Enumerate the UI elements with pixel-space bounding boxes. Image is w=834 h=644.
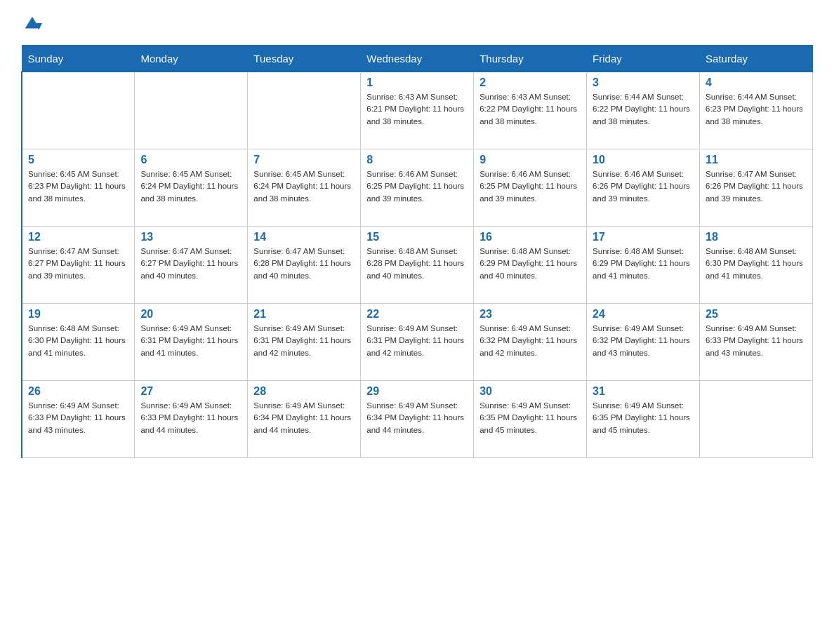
calendar-header-thursday: Thursday xyxy=(474,46,587,72)
day-number: 14 xyxy=(253,231,355,243)
calendar-week-2: 5Sunrise: 6:45 AM Sunset: 6:23 PM Daylig… xyxy=(22,149,813,227)
day-number: 29 xyxy=(366,385,468,398)
calendar-week-1: 1Sunrise: 6:43 AM Sunset: 6:21 PM Daylig… xyxy=(22,72,813,149)
day-number: 5 xyxy=(28,154,128,166)
day-info: Sunrise: 6:49 AM Sunset: 6:32 PM Dayligh… xyxy=(479,323,581,359)
day-number: 25 xyxy=(706,308,807,321)
day-info: Sunrise: 6:49 AM Sunset: 6:33 PM Dayligh… xyxy=(28,400,128,436)
calendar-cell: 7Sunrise: 6:45 AM Sunset: 6:24 PM Daylig… xyxy=(248,149,361,227)
day-number: 28 xyxy=(253,385,355,398)
day-number: 16 xyxy=(479,231,581,243)
day-number: 2 xyxy=(479,76,581,89)
logo-icon xyxy=(22,14,42,34)
calendar-cell: 15Sunrise: 6:48 AM Sunset: 6:28 PM Dayli… xyxy=(361,227,474,304)
calendar-cell: 21Sunrise: 6:49 AM Sunset: 6:31 PM Dayli… xyxy=(248,304,361,381)
calendar-cell: 5Sunrise: 6:45 AM Sunset: 6:23 PM Daylig… xyxy=(22,149,135,227)
day-info: Sunrise: 6:43 AM Sunset: 6:22 PM Dayligh… xyxy=(479,91,581,128)
calendar-cell: 9Sunrise: 6:46 AM Sunset: 6:25 PM Daylig… xyxy=(474,149,587,227)
calendar-header-wednesday: Wednesday xyxy=(361,46,474,72)
calendar-week-5: 26Sunrise: 6:49 AM Sunset: 6:33 PM Dayli… xyxy=(22,381,813,458)
day-number: 17 xyxy=(593,231,694,243)
calendar-cell: 29Sunrise: 6:49 AM Sunset: 6:34 PM Dayli… xyxy=(361,381,474,458)
day-info: Sunrise: 6:44 AM Sunset: 6:22 PM Dayligh… xyxy=(593,91,694,128)
day-number: 4 xyxy=(706,76,807,89)
page-header xyxy=(21,14,813,38)
day-number: 11 xyxy=(706,154,807,166)
day-info: Sunrise: 6:43 AM Sunset: 6:21 PM Dayligh… xyxy=(366,91,468,128)
day-info: Sunrise: 6:49 AM Sunset: 6:31 PM Dayligh… xyxy=(140,323,241,359)
calendar-cell xyxy=(700,381,813,458)
calendar-cell: 25Sunrise: 6:49 AM Sunset: 6:33 PM Dayli… xyxy=(700,304,813,381)
calendar-cell: 27Sunrise: 6:49 AM Sunset: 6:33 PM Dayli… xyxy=(135,381,248,458)
calendar-header-friday: Friday xyxy=(587,46,700,72)
day-number: 8 xyxy=(366,154,468,166)
calendar-cell: 16Sunrise: 6:48 AM Sunset: 6:29 PM Dayli… xyxy=(474,227,587,304)
day-info: Sunrise: 6:48 AM Sunset: 6:29 PM Dayligh… xyxy=(593,246,694,282)
calendar-cell: 30Sunrise: 6:49 AM Sunset: 6:35 PM Dayli… xyxy=(474,381,587,458)
day-info: Sunrise: 6:48 AM Sunset: 6:28 PM Dayligh… xyxy=(366,246,468,282)
calendar-cell: 10Sunrise: 6:46 AM Sunset: 6:26 PM Dayli… xyxy=(587,149,700,227)
day-number: 1 xyxy=(366,76,468,89)
day-info: Sunrise: 6:47 AM Sunset: 6:27 PM Dayligh… xyxy=(140,246,241,282)
calendar-table: SundayMondayTuesdayWednesdayThursdayFrid… xyxy=(21,45,813,458)
day-number: 31 xyxy=(593,385,694,398)
day-info: Sunrise: 6:45 AM Sunset: 6:23 PM Dayligh… xyxy=(28,168,128,205)
day-number: 12 xyxy=(28,231,128,243)
calendar-header-row: SundayMondayTuesdayWednesdayThursdayFrid… xyxy=(22,46,813,72)
day-info: Sunrise: 6:49 AM Sunset: 6:34 PM Dayligh… xyxy=(366,400,468,436)
day-number: 30 xyxy=(479,385,581,398)
calendar-body: 1Sunrise: 6:43 AM Sunset: 6:21 PM Daylig… xyxy=(22,72,813,458)
day-info: Sunrise: 6:48 AM Sunset: 6:30 PM Dayligh… xyxy=(706,246,807,282)
day-info: Sunrise: 6:47 AM Sunset: 6:26 PM Dayligh… xyxy=(706,168,807,205)
calendar-cell xyxy=(22,72,135,149)
calendar-cell: 4Sunrise: 6:44 AM Sunset: 6:23 PM Daylig… xyxy=(700,72,813,149)
day-number: 3 xyxy=(593,76,694,89)
calendar-cell: 13Sunrise: 6:47 AM Sunset: 6:27 PM Dayli… xyxy=(135,227,248,304)
day-info: Sunrise: 6:45 AM Sunset: 6:24 PM Dayligh… xyxy=(253,168,355,205)
calendar-week-3: 12Sunrise: 6:47 AM Sunset: 6:27 PM Dayli… xyxy=(22,227,813,304)
day-number: 7 xyxy=(253,154,355,166)
day-info: Sunrise: 6:46 AM Sunset: 6:26 PM Dayligh… xyxy=(593,168,694,205)
calendar-cell: 31Sunrise: 6:49 AM Sunset: 6:35 PM Dayli… xyxy=(587,381,700,458)
calendar-cell: 14Sunrise: 6:47 AM Sunset: 6:28 PM Dayli… xyxy=(248,227,361,304)
calendar-cell: 6Sunrise: 6:45 AM Sunset: 6:24 PM Daylig… xyxy=(135,149,248,227)
day-number: 9 xyxy=(479,154,581,166)
calendar-cell: 20Sunrise: 6:49 AM Sunset: 6:31 PM Dayli… xyxy=(135,304,248,381)
calendar-cell: 2Sunrise: 6:43 AM Sunset: 6:22 PM Daylig… xyxy=(474,72,587,149)
calendar-cell: 24Sunrise: 6:49 AM Sunset: 6:32 PM Dayli… xyxy=(587,304,700,381)
calendar-cell: 23Sunrise: 6:49 AM Sunset: 6:32 PM Dayli… xyxy=(474,304,587,381)
day-info: Sunrise: 6:49 AM Sunset: 6:33 PM Dayligh… xyxy=(140,400,241,436)
calendar-header-saturday: Saturday xyxy=(700,46,813,72)
calendar-cell: 8Sunrise: 6:46 AM Sunset: 6:25 PM Daylig… xyxy=(361,149,474,227)
calendar-cell: 18Sunrise: 6:48 AM Sunset: 6:30 PM Dayli… xyxy=(700,227,813,304)
calendar-cell: 1Sunrise: 6:43 AM Sunset: 6:21 PM Daylig… xyxy=(361,72,474,149)
day-number: 18 xyxy=(706,231,807,243)
day-number: 21 xyxy=(253,308,355,321)
day-info: Sunrise: 6:49 AM Sunset: 6:31 PM Dayligh… xyxy=(366,323,468,359)
calendar-cell: 28Sunrise: 6:49 AM Sunset: 6:34 PM Dayli… xyxy=(248,381,361,458)
calendar-cell: 11Sunrise: 6:47 AM Sunset: 6:26 PM Dayli… xyxy=(700,149,813,227)
day-number: 15 xyxy=(366,231,468,243)
day-number: 6 xyxy=(140,154,241,166)
calendar-cell xyxy=(135,72,248,149)
day-info: Sunrise: 6:49 AM Sunset: 6:35 PM Dayligh… xyxy=(593,400,694,436)
logo xyxy=(21,14,42,38)
calendar-cell xyxy=(248,72,361,149)
day-number: 20 xyxy=(140,308,241,321)
calendar-week-4: 19Sunrise: 6:48 AM Sunset: 6:30 PM Dayli… xyxy=(22,304,813,381)
calendar-header-tuesday: Tuesday xyxy=(248,46,361,72)
day-number: 10 xyxy=(593,154,694,166)
day-info: Sunrise: 6:49 AM Sunset: 6:34 PM Dayligh… xyxy=(253,400,355,436)
calendar-cell: 22Sunrise: 6:49 AM Sunset: 6:31 PM Dayli… xyxy=(361,304,474,381)
calendar-cell: 3Sunrise: 6:44 AM Sunset: 6:22 PM Daylig… xyxy=(587,72,700,149)
calendar-header-sunday: Sunday xyxy=(22,46,135,72)
day-info: Sunrise: 6:47 AM Sunset: 6:28 PM Dayligh… xyxy=(253,246,355,282)
day-number: 19 xyxy=(28,308,128,321)
calendar-cell: 17Sunrise: 6:48 AM Sunset: 6:29 PM Dayli… xyxy=(587,227,700,304)
day-number: 13 xyxy=(140,231,241,243)
logo-text xyxy=(21,14,42,38)
day-number: 27 xyxy=(140,385,241,398)
day-info: Sunrise: 6:49 AM Sunset: 6:32 PM Dayligh… xyxy=(593,323,694,359)
day-info: Sunrise: 6:47 AM Sunset: 6:27 PM Dayligh… xyxy=(28,246,128,282)
day-info: Sunrise: 6:49 AM Sunset: 6:33 PM Dayligh… xyxy=(706,323,807,359)
